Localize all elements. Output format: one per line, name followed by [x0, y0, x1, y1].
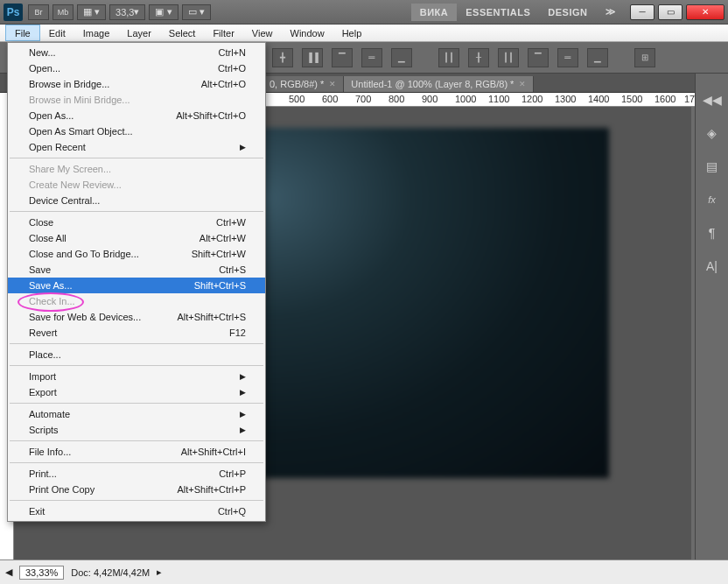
bridge-button[interactable]: Br	[28, 4, 49, 20]
menu-item-scripts[interactable]: Scripts▶	[8, 422, 265, 438]
status-bar: ◀ 33,33% Doc: 4,42M/4,42M ▸	[0, 559, 728, 584]
menu-window[interactable]: Window	[282, 25, 333, 41]
submenu-arrow-icon: ▶	[240, 143, 246, 151]
close-icon[interactable]: ✕	[519, 80, 526, 88]
distribute-bottom-icon[interactable]: ▁	[587, 48, 608, 67]
doc-size-label: Doc: 4,42M/4,42M	[71, 567, 150, 578]
menu-select[interactable]: Select	[160, 25, 205, 41]
zoom-field[interactable]: 33,33%	[19, 566, 64, 580]
menu-item-file-info[interactable]: File Info...Alt+Shift+Ctrl+I	[8, 444, 265, 460]
menu-item-close-and-go-to-bridge[interactable]: Close and Go To Bridge...Shift+Ctrl+W	[8, 246, 265, 262]
zoom-level-dropdown[interactable]: 33,3 ▾	[109, 4, 145, 20]
menu-item-label: Export	[29, 387, 57, 398]
workspace-design[interactable]: DESIGN	[539, 4, 596, 21]
close-icon[interactable]: ✕	[329, 80, 336, 88]
menu-item-open-recent[interactable]: Open Recent▶	[8, 139, 265, 155]
app-logo: Ps	[4, 4, 23, 21]
menu-item-close-all[interactable]: Close AllAlt+Ctrl+W	[8, 230, 265, 246]
menu-item-label: Print One Copy	[29, 484, 94, 495]
distribute-right-icon[interactable]: ┃┃	[498, 48, 519, 67]
menu-item-create-new-review: Create New Review...	[8, 177, 265, 193]
menu-item-import[interactable]: Import▶	[8, 369, 265, 384]
menu-item-share-my-screen: Share My Screen...	[8, 161, 265, 177]
menu-item-print-one-copy[interactable]: Print One CopyAlt+Shift+Ctrl+P	[8, 482, 265, 497]
menu-item-shortcut: Alt+Ctrl+O	[201, 79, 246, 89]
menu-separator	[10, 462, 263, 463]
menu-edit[interactable]: Edit	[40, 25, 74, 41]
view-layout-dropdown[interactable]: ▦ ▾	[77, 4, 106, 20]
menu-separator	[10, 158, 263, 158]
menu-help[interactable]: Help	[333, 25, 371, 41]
menu-filter[interactable]: Filter	[204, 25, 242, 41]
menu-item-shortcut: Alt+Shift+Ctrl+I	[181, 447, 246, 457]
menu-item-shortcut: Ctrl+W	[216, 217, 246, 228]
menu-item-shortcut: Shift+Ctrl+W	[192, 249, 246, 259]
menu-item-shortcut: Ctrl+O	[218, 63, 246, 74]
maximize-button[interactable]: ▭	[658, 4, 682, 20]
menu-item-save-for-web-devices[interactable]: Save for Web & Devices...Alt+Shift+Ctrl+…	[8, 309, 265, 325]
menu-item-label: Browse in Bridge...	[29, 79, 109, 89]
workspace-more[interactable]: ≫	[597, 3, 626, 21]
menu-item-save-as[interactable]: Save As...Shift+Ctrl+S	[8, 278, 265, 293]
align-right-icon[interactable]: ▐▐	[302, 48, 323, 67]
distribute-center-h-icon[interactable]: ╂	[468, 48, 489, 67]
paragraph-panel-icon[interactable]: ¶	[704, 224, 721, 242]
distribute-center-v-icon[interactable]: ═	[557, 48, 578, 67]
menu-image[interactable]: Image	[74, 25, 119, 41]
doc-tab-1[interactable]: 0, RGB/8#) *✕	[262, 76, 344, 92]
distribute-left-icon[interactable]: ┃┃	[438, 48, 459, 67]
fx-panel-icon[interactable]: fx	[704, 191, 721, 208]
menu-item-label: Open Recent	[29, 142, 86, 152]
workspace-essentials[interactable]: ESSENTIALS	[457, 4, 539, 21]
layers-panel-icon[interactable]: ◈	[704, 124, 721, 142]
distribute-top-icon[interactable]: ▔	[528, 48, 549, 67]
menu-item-automate[interactable]: Automate▶	[8, 406, 265, 422]
menu-item-label: Device Central...	[29, 195, 100, 206]
menu-item-shortcut: Shift+Ctrl+S	[194, 280, 246, 291]
menu-separator	[10, 211, 263, 212]
submenu-arrow-icon: ▶	[240, 410, 246, 419]
menu-item-device-central[interactable]: Device Central...	[8, 193, 265, 208]
menu-item-label: New...	[29, 47, 56, 58]
menu-item-open-as[interactable]: Open As...Alt+Shift+Ctrl+O	[8, 108, 265, 123]
menu-item-label: Save for Web & Devices...	[29, 312, 141, 322]
workspace-vika[interactable]: ВИКА	[411, 4, 458, 21]
minimize-button[interactable]: ─	[630, 4, 654, 20]
arrange-dropdown[interactable]: ▣ ▾	[149, 4, 178, 20]
menu-item-exit[interactable]: ExitCtrl+Q	[8, 503, 265, 519]
menu-item-place[interactable]: Place...	[8, 347, 265, 362]
menu-item-close[interactable]: CloseCtrl+W	[8, 215, 265, 230]
menu-item-label: Scripts	[29, 425, 59, 435]
menu-item-label: Save As...	[29, 280, 73, 291]
menu-item-open-as-smart-object[interactable]: Open As Smart Object...	[8, 123, 265, 139]
menu-item-print[interactable]: Print...Ctrl+P	[8, 466, 265, 482]
menu-file[interactable]: File	[5, 25, 40, 41]
menu-item-revert[interactable]: RevertF12	[8, 325, 265, 341]
menu-item-shortcut: F12	[229, 327, 246, 338]
menu-view[interactable]: View	[243, 25, 282, 41]
scroll-left-icon[interactable]: ◀	[5, 566, 12, 578]
screenmode-dropdown[interactable]: ▭ ▾	[182, 4, 211, 20]
character-panel-icon[interactable]: A|	[704, 257, 721, 275]
align-top-icon[interactable]: ▔	[332, 48, 353, 67]
menu-item-new[interactable]: New...Ctrl+N	[8, 45, 265, 60]
auto-align-icon[interactable]: ⊞	[634, 48, 655, 67]
align-bottom-icon[interactable]: ▁	[391, 48, 412, 67]
menu-layer[interactable]: Layer	[118, 25, 160, 41]
menu-item-label: Browse in Mini Bridge...	[29, 95, 130, 105]
expand-panel-icon[interactable]: ◀◀	[704, 91, 721, 109]
menu-item-browse-in-bridge[interactable]: Browse in Bridge...Alt+Ctrl+O	[8, 76, 265, 92]
minibridge-button[interactable]: Mb	[52, 4, 74, 20]
doc-tab-2[interactable]: Untitled-1 @ 100% (Layer 8, RGB/8) *✕	[344, 76, 534, 92]
menu-item-label: Exit	[29, 506, 45, 517]
menu-item-label: Create New Review...	[29, 179, 122, 190]
menu-item-open[interactable]: Open...Ctrl+O	[8, 60, 265, 76]
align-center-h-icon[interactable]: ╋	[272, 48, 293, 67]
align-center-v-icon[interactable]: ═	[361, 48, 382, 67]
doc-info-arrow-icon[interactable]: ▸	[157, 566, 162, 578]
menu-item-export[interactable]: Export▶	[8, 384, 265, 400]
menu-item-label: Print...	[29, 468, 57, 479]
menu-item-save[interactable]: SaveCtrl+S	[8, 262, 265, 278]
close-button[interactable]: ✕	[686, 4, 724, 20]
adjustments-panel-icon[interactable]: ▤	[704, 158, 721, 175]
